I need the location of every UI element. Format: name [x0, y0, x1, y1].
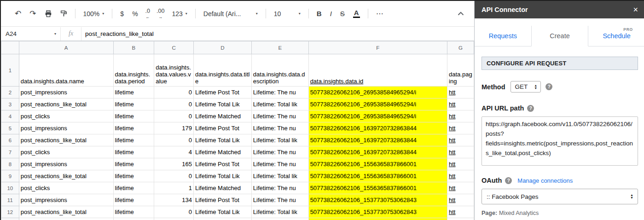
cell-A9[interactable]: post_reactions_like_total — [19, 170, 113, 182]
cell-E2[interactable]: Lifetime: The nu — [251, 87, 308, 98]
tab-requests[interactable]: Requests — [475, 26, 531, 46]
cell-B7[interactable]: lifetime — [113, 146, 154, 158]
cell-E11[interactable]: Lifetime: The nu — [251, 194, 308, 206]
row-header-1[interactable]: 1 — [1, 54, 19, 87]
cell-G6[interactable]: htt — [447, 134, 474, 146]
cell-F10[interactable]: 507738226062106_1556365837866001 — [308, 182, 447, 194]
cell-F7[interactable]: 507738226062106_1639720732863844 — [308, 146, 447, 158]
strikethrough-button[interactable]: S — [337, 7, 348, 20]
cell-G12[interactable]: htt — [447, 206, 474, 218]
cell-A7[interactable]: post_clicks — [19, 146, 113, 158]
row-header-4[interactable]: 4 — [1, 110, 19, 122]
cell-A2[interactable]: post_impressions — [19, 87, 113, 98]
cell-A13[interactable]: post_clicks — [19, 218, 113, 220]
cell-A12[interactable]: post_reactions_like_total — [19, 206, 113, 218]
cell-D2[interactable]: Lifetime Post Tot — [193, 87, 251, 98]
row-header-9[interactable]: 9 — [1, 170, 19, 182]
cell-F4[interactable]: 507738226062106_269538584965294/i — [308, 110, 447, 122]
manage-connections-link[interactable]: Manage connections — [517, 177, 573, 184]
cell-C8[interactable]: 165 — [154, 158, 194, 170]
column-header-A[interactable]: A — [19, 41, 113, 54]
cell-G9[interactable]: htt — [447, 170, 474, 182]
cell-A5[interactable]: post_impressions — [19, 122, 113, 134]
cell-G13[interactable]: htt — [447, 218, 474, 220]
cell-D11[interactable]: Lifetime Post Tot — [193, 194, 251, 206]
row-header-7[interactable]: 7 — [1, 146, 19, 158]
cell-F8[interactable]: 507738226062106_1556365837866001 — [308, 158, 447, 170]
cell-B4[interactable]: lifetime — [113, 110, 154, 122]
cell-B12[interactable]: lifetime — [113, 206, 154, 218]
cell-F11[interactable]: 507738226062106_1537730753062843 — [308, 194, 447, 206]
undo-icon[interactable]: ↶ — [11, 7, 25, 20]
row-header-13[interactable]: 13 — [1, 218, 19, 220]
row-header-12[interactable]: 12 — [1, 206, 19, 218]
cell-C1[interactable]: data.insights.data.values.value — [154, 54, 194, 87]
cell-D10[interactable]: Lifetime Matched — [193, 182, 251, 194]
cell-A11[interactable]: post_impressions — [19, 194, 113, 206]
cell-D7[interactable]: Lifetime Matched — [193, 146, 251, 158]
cell-C2[interactable]: 0 — [154, 87, 194, 98]
cell-G1[interactable]: data.paging — [447, 54, 474, 87]
cell-D6[interactable]: Lifetime Total Lik — [193, 134, 251, 146]
row-header-10[interactable]: 10 — [1, 182, 19, 194]
cell-D4[interactable]: Lifetime Matched — [193, 110, 251, 122]
cell-G8[interactable]: htt — [447, 158, 474, 170]
cell-B2[interactable]: lifetime — [113, 87, 154, 98]
cell-B10[interactable]: lifetime — [113, 182, 154, 194]
format-currency-button[interactable]: $ — [116, 8, 128, 20]
formula-input[interactable]: post_reactions_like_total — [81, 30, 154, 37]
cell-E4[interactable]: Lifetime: The nu — [251, 110, 308, 122]
cell-D1[interactable]: data.insights.data.title — [193, 54, 251, 87]
row-header-5[interactable]: 5 — [1, 122, 19, 134]
cell-C5[interactable]: 179 — [154, 122, 194, 134]
paint-format-icon[interactable] — [57, 8, 71, 19]
row-header-11[interactable]: 11 — [1, 194, 19, 206]
font-family-select[interactable]: Default (Ari... ▾ — [200, 8, 261, 20]
font-size-select[interactable]: 10 ▾ — [270, 8, 304, 20]
tab-create[interactable]: Create — [531, 26, 589, 46]
cell-F6[interactable]: 507738226062106_1639720732863844 — [308, 134, 447, 146]
cell-E3[interactable]: Lifetime: Total lik — [251, 98, 308, 110]
redo-icon[interactable]: ↷ — [26, 7, 40, 20]
cell-C4[interactable]: 0 — [154, 110, 194, 122]
name-box[interactable]: A24 ▾ — [1, 30, 60, 37]
cell-E10[interactable]: Lifetime: The nu — [251, 182, 308, 194]
cell-F1[interactable]: data.insights.data.id — [308, 54, 447, 87]
cell-G11[interactable]: htt — [447, 194, 474, 206]
column-header-C[interactable]: C — [154, 41, 194, 54]
cell-B5[interactable]: lifetime — [113, 122, 154, 134]
cell-C13[interactable]: 2 — [154, 218, 194, 220]
cell-B9[interactable]: lifetime — [113, 170, 154, 182]
collapse-toolbar-icon[interactable] — [454, 9, 468, 18]
increase-decimal-button[interactable]: .00 → — [154, 7, 167, 20]
cell-D12[interactable]: Lifetime Total Lik — [193, 206, 251, 218]
cell-B11[interactable]: lifetime — [113, 194, 154, 206]
column-header-E[interactable]: E — [251, 41, 308, 54]
cell-E8[interactable]: Lifetime: The nu — [251, 158, 308, 170]
cell-C12[interactable]: 0 — [154, 206, 194, 218]
cell-G3[interactable]: htt — [447, 98, 474, 110]
cell-D8[interactable]: Lifetime Post Tot — [193, 158, 251, 170]
cell-C3[interactable]: 0 — [154, 98, 194, 110]
more-formats-button[interactable]: 123 ▾ — [168, 8, 191, 20]
column-header-F[interactable]: F — [308, 41, 447, 54]
cell-F9[interactable]: 507738226062106_1556365837866001 — [308, 170, 447, 182]
row-header-2[interactable]: 2 — [1, 87, 19, 98]
cell-C11[interactable]: 134 — [154, 194, 194, 206]
cell-B8[interactable]: lifetime — [113, 158, 154, 170]
row-header-6[interactable]: 6 — [1, 134, 19, 146]
close-icon[interactable]: × — [633, 6, 638, 14]
oauth-help-icon[interactable]: ? — [505, 177, 512, 184]
decrease-decimal-button[interactable]: .0 ← — [143, 7, 153, 20]
cell-E7[interactable]: Lifetime: The nu — [251, 146, 308, 158]
italic-button[interactable]: I — [326, 7, 336, 20]
cell-F12[interactable]: 507738226062106_1537730753062843 — [308, 206, 447, 218]
cell-A3[interactable]: post_reactions_like_total — [19, 98, 113, 110]
method-help-icon[interactable]: ? — [545, 83, 552, 90]
text-color-button[interactable]: A — [349, 7, 364, 20]
column-header-D[interactable]: D — [193, 41, 251, 54]
cell-G10[interactable]: htt — [447, 182, 474, 194]
column-header-G[interactable]: G — [447, 41, 474, 54]
row-header-8[interactable]: 8 — [1, 158, 19, 170]
cell-F5[interactable]: 507738226062106_1639720732863844 — [308, 122, 447, 134]
